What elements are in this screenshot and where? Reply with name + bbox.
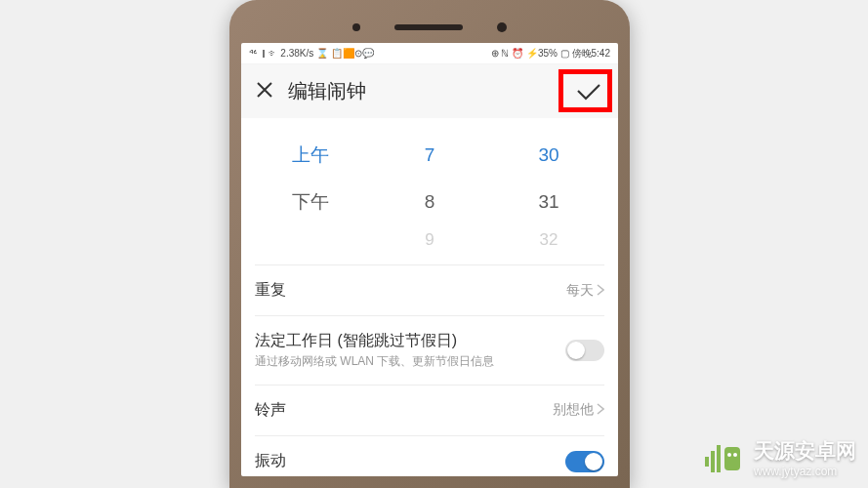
picker-minute-selected[interactable]: 30	[490, 144, 608, 166]
phone-screen: ⁴⁶ ‖ ᯤ 2.38K/s ⌛ 📋🟧⊙💬 ⊕ ℕ ⏰ ⚡35% ▢ 傍晚5:4…	[241, 43, 618, 476]
chevron-right-icon	[597, 283, 604, 299]
setting-vibrate-label: 振动	[255, 451, 286, 471]
chevron-right-icon	[597, 402, 604, 418]
picker-row-selected[interactable]: 上午 7 30	[251, 132, 608, 179]
setting-workday-label: 法定工作日 (智能跳过节假日)	[255, 331, 565, 351]
status-bar: ⁴⁶ ‖ ᯤ 2.38K/s ⌛ 📋🟧⊙💬 ⊕ ℕ ⏰ ⚡35% ▢ 傍晚5:4…	[241, 43, 618, 64]
picker-minute-fade[interactable]: 32	[490, 230, 608, 250]
status-left: ⁴⁶ ‖ ᯤ 2.38K/s ⌛ 📋🟧⊙💬	[249, 48, 374, 59]
picker-ampm-next[interactable]: 下午	[252, 189, 370, 215]
page-title: 编辑闹钟	[288, 78, 366, 104]
settings-list: 重复 每天 法定工作日 (智能跳过节假日) 通过移动网络或 WLAN 下载、更新…	[241, 264, 618, 476]
svg-rect-0	[705, 457, 709, 467]
watermark-logo-icon	[703, 437, 744, 478]
status-left-text: ⁴⁶ ‖ ᯤ 2.38K/s ⌛ 📋🟧⊙💬	[249, 48, 374, 59]
picker-minute-next[interactable]: 31	[490, 191, 608, 213]
workday-text-block: 法定工作日 (智能跳过节假日) 通过移动网络或 WLAN 下载、更新节假日信息	[255, 331, 565, 370]
earpiece-speaker	[394, 24, 463, 30]
setting-workday[interactable]: 法定工作日 (智能跳过节假日) 通过移动网络或 WLAN 下载、更新节假日信息	[255, 315, 604, 385]
front-camera	[497, 22, 507, 32]
svg-rect-3	[724, 447, 740, 470]
setting-ringtone-value: 别想他	[553, 401, 604, 419]
setting-ringtone[interactable]: 铃声 别想他	[255, 385, 604, 435]
picker-row-next[interactable]: 下午 8 31	[251, 179, 608, 225]
picker-hour-next[interactable]: 8	[371, 191, 489, 213]
watermark-url: www.jytyaz.com	[754, 465, 856, 478]
setting-workday-sub: 通过移动网络或 WLAN 下载、更新节假日信息	[255, 354, 565, 370]
status-right-text: ⊕ ℕ ⏰ ⚡35% ▢ 傍晚5:42	[491, 47, 610, 61]
svg-point-4	[727, 453, 731, 457]
workday-toggle[interactable]	[565, 340, 604, 361]
svg-point-5	[733, 453, 737, 457]
phone-frame: ⁴⁶ ‖ ᯤ 2.38K/s ⌛ 📋🟧⊙💬 ⊕ ℕ ⏰ ⚡35% ▢ 傍晚5:4…	[229, 0, 630, 488]
svg-rect-2	[717, 445, 721, 472]
time-picker[interactable]: 上午 7 30 下午 8 31 9 32	[241, 118, 618, 255]
confirm-button[interactable]	[575, 82, 602, 102]
watermark: 天源安卓网 www.jytyaz.com	[703, 437, 856, 478]
svg-rect-1	[711, 451, 715, 472]
picker-ampm-selected[interactable]: 上午	[252, 142, 370, 168]
picker-hour-selected[interactable]: 7	[371, 144, 489, 166]
setting-repeat[interactable]: 重复 每天	[255, 264, 604, 315]
picker-hour-fade[interactable]: 9	[371, 230, 489, 250]
picker-row-fade[interactable]: 9 32	[251, 225, 608, 255]
watermark-text: 天源安卓网 www.jytyaz.com	[754, 437, 856, 478]
setting-repeat-label: 重复	[255, 280, 286, 301]
vibrate-toggle[interactable]	[565, 451, 604, 472]
proximity-sensor	[352, 23, 360, 31]
watermark-title: 天源安卓网	[754, 437, 856, 465]
phone-bezel-top	[241, 12, 618, 43]
setting-ringtone-label: 铃声	[255, 400, 286, 421]
close-icon[interactable]	[255, 80, 274, 103]
repeat-value-text: 每天	[566, 282, 594, 300]
setting-repeat-value: 每天	[566, 282, 604, 300]
setting-vibrate[interactable]: 振动	[255, 435, 604, 476]
title-bar: 编辑闹钟	[241, 64, 618, 118]
status-right: ⊕ ℕ ⏰ ⚡35% ▢ 傍晚5:42	[491, 47, 610, 61]
ringtone-value-text: 别想他	[553, 401, 594, 419]
